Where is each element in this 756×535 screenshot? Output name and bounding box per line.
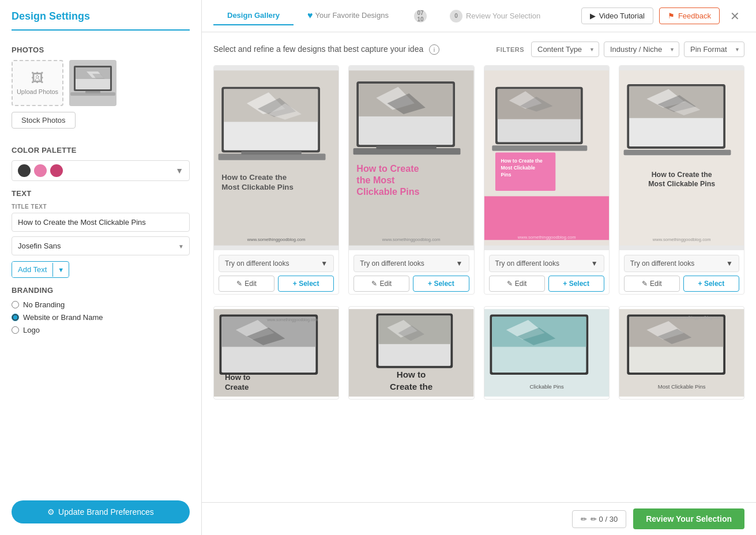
select-label-2: + Select [428, 280, 454, 288]
svg-text:Clickable Pins: Clickable Pins [357, 186, 420, 197]
tab-design-gallery-label: Design Gallery [227, 11, 280, 20]
select-button-3[interactable]: + Select [548, 276, 604, 292]
counter-button[interactable]: ✏ ✏ 0 / 30 [572, 510, 626, 528]
photos-row: 🖼 Upload Photos [12, 60, 190, 106]
select-button-1[interactable]: + Select [278, 276, 334, 292]
design-image-1: How to Create the Most Clickable Pins ww… [214, 66, 338, 250]
main-panel: Design Gallery ♥ Your Favorite Designs 0… [202, 0, 756, 535]
title-text-input[interactable] [12, 213, 190, 232]
edit-pencil-icon: ✏ [581, 515, 587, 523]
try-different-looks-3[interactable]: Try on different looks ▼ [489, 255, 604, 272]
gallery-footer: ✏ ✏ 0 / 30 Review Your Selection [202, 502, 756, 535]
design-card-3-footer: Try on different looks ▼ ✎ Edit + Select [484, 250, 609, 294]
tab-favorite-designs[interactable]: ♥ Your Favorite Designs [294, 6, 403, 27]
update-brand-button[interactable]: ⚙ Update Brand Preferences [12, 500, 190, 523]
gallery-area: Select and refine a few designs that bes… [202, 32, 756, 502]
photo-thumbnail[interactable] [69, 60, 116, 106]
edit-button-2[interactable]: ✎ Edit [353, 276, 409, 292]
branding-none-label: No Branding [23, 300, 65, 309]
try-different-looks-1[interactable]: Try on different looks ▼ [219, 255, 334, 272]
edit-button-1[interactable]: ✎ Edit [219, 276, 274, 292]
gallery-title-part: Select and refine a few designs that bes… [213, 44, 496, 55]
try-looks-chevron-2: ▼ [456, 259, 463, 268]
svg-text:Most Clickable Pins: Most Clickable Pins [648, 180, 715, 188]
svg-text:Most Clickable Pins: Most Clickable Pins [658, 383, 706, 390]
update-brand-icon: ⚙ [47, 507, 55, 517]
close-button[interactable]: ✕ [725, 7, 744, 25]
upload-photos-box[interactable]: 🖼 Upload Photos [12, 60, 63, 106]
select-button-2[interactable]: + Select [413, 276, 469, 292]
step-badge: 0710 [414, 10, 427, 22]
content-type-filter[interactable]: Content Type Blog Post Product Service [531, 42, 599, 57]
try-looks-label-4: Try on different looks [630, 259, 694, 268]
video-tutorial-button[interactable]: ▶ Video Tutorial [581, 7, 653, 24]
update-brand-label: Update Brand Preferences [58, 507, 154, 517]
color-palette-row[interactable]: ▼ [12, 160, 190, 181]
design-image-5: www.somethinggoodblog.com How to Create [214, 307, 338, 399]
font-select[interactable]: Josefin Sans [12, 236, 190, 255]
select-button-4[interactable]: + Select [683, 276, 739, 292]
tab-design-gallery[interactable]: Design Gallery [213, 6, 294, 25]
svg-rect-27 [377, 146, 437, 149]
svg-text:www.somethinggoodblog.com: www.somethinggoodblog.com [652, 237, 711, 242]
add-text-dropdown[interactable]: Add Text ▼ [12, 261, 69, 278]
photos-label: Photos [12, 46, 190, 54]
review-badge: 0 [450, 10, 462, 22]
review-selection-tab[interactable]: 0 Review Your Selection [438, 5, 552, 27]
edit-icon-3: ✎ [507, 280, 513, 288]
pin-svg-7: Clickable Pins [484, 307, 609, 399]
color-palette-label: Color Palette [12, 146, 190, 155]
title-text-sublabel: TITLE TEXT [12, 204, 190, 210]
pin-format-filter[interactable]: Pin Format Standard Infographic Story [684, 42, 744, 57]
filters-part: FILTERS Content Type Blog Post Product S… [496, 42, 744, 57]
try-different-looks-4[interactable]: Try on different looks ▼ [624, 255, 739, 272]
svg-text:www.somethinggoodblog.com: www.somethinggoodblog.com [669, 315, 720, 320]
design-card-1-footer: Try on different looks ▼ ✎ Edit + Select [214, 250, 338, 294]
nav-actions: ▶ Video Tutorial ⚑ Feedback ✕ [581, 7, 744, 25]
gallery-top-row: Select and refine a few designs that bes… [213, 42, 744, 57]
filters-label: FILTERS [496, 46, 524, 53]
design-card-7: Clickable Pins [484, 306, 610, 400]
design-card-6: How to Create the [348, 306, 474, 400]
design-card-2: How to Create the Most Clickable Pins ww… [348, 65, 474, 295]
select-label-4: + Select [698, 280, 725, 288]
design-image-4: How to Create the Most Clickable Pins ww… [619, 66, 744, 250]
branding-option-logo[interactable]: Logo [12, 326, 190, 334]
sidebar: Design Settings Photos 🖼 Upload Photos [0, 0, 202, 535]
stock-photos-button[interactable]: Stock Photos [12, 112, 76, 129]
try-looks-label-1: Try on different looks [225, 259, 289, 268]
try-looks-label-3: Try on different looks [495, 259, 559, 268]
branding-option-website[interactable]: Website or Brand Name [12, 313, 190, 322]
sidebar-title: Design Settings [12, 10, 190, 31]
font-select-wrapper: Josefin Sans [12, 236, 190, 255]
edit-label-3: Edit [515, 280, 527, 288]
design-card-2-footer: Try on different looks ▼ ✎ Edit + Select [349, 250, 473, 294]
info-icon[interactable]: i [429, 44, 439, 55]
feedback-icon: ⚑ [668, 12, 675, 20]
review-selection-button[interactable]: Review Your Selection [633, 508, 744, 529]
industry-niche-filter[interactable]: Industry / Niche Marketing Fashion Food [604, 42, 679, 57]
edit-button-3[interactable]: ✎ Edit [489, 276, 545, 292]
svg-text:www.somethinggoodblog.com: www.somethinggoodblog.com [517, 235, 576, 240]
feedback-button[interactable]: ⚑ Feedback [659, 7, 720, 24]
design-card-3: How to Create the Most Clickable Pins ww… [484, 65, 610, 295]
svg-text:How to: How to [397, 370, 426, 379]
top-nav: Design Gallery ♥ Your Favorite Designs 0… [202, 0, 756, 32]
select-label-1: + Select [293, 280, 319, 288]
branding-option-none[interactable]: No Branding [12, 300, 190, 309]
edit-label-2: Edit [379, 280, 392, 288]
design-image-6: How to Create the [349, 307, 473, 399]
add-text-main-btn[interactable]: Add Text [12, 262, 52, 277]
add-text-arrow-btn[interactable]: ▼ [52, 263, 69, 277]
svg-text:Most Clickable: Most Clickable [501, 165, 535, 171]
upload-icon: 🖼 [31, 71, 44, 86]
card-actions-1: ✎ Edit + Select [219, 276, 334, 292]
heart-icon: ♥ [307, 10, 313, 21]
try-different-looks-2[interactable]: Try on different looks ▼ [353, 255, 469, 272]
pin-svg-4: How to Create the Most Clickable Pins ww… [619, 66, 744, 250]
design-card-4-footer: Try on different looks ▼ ✎ Edit + Select [619, 250, 744, 294]
color-dot-1 [18, 164, 31, 177]
design-card-5: www.somethinggoodblog.com How to Create [213, 306, 339, 400]
edit-button-4[interactable]: ✎ Edit [624, 276, 680, 292]
design-image-2: How to Create the Most Clickable Pins ww… [349, 66, 473, 250]
